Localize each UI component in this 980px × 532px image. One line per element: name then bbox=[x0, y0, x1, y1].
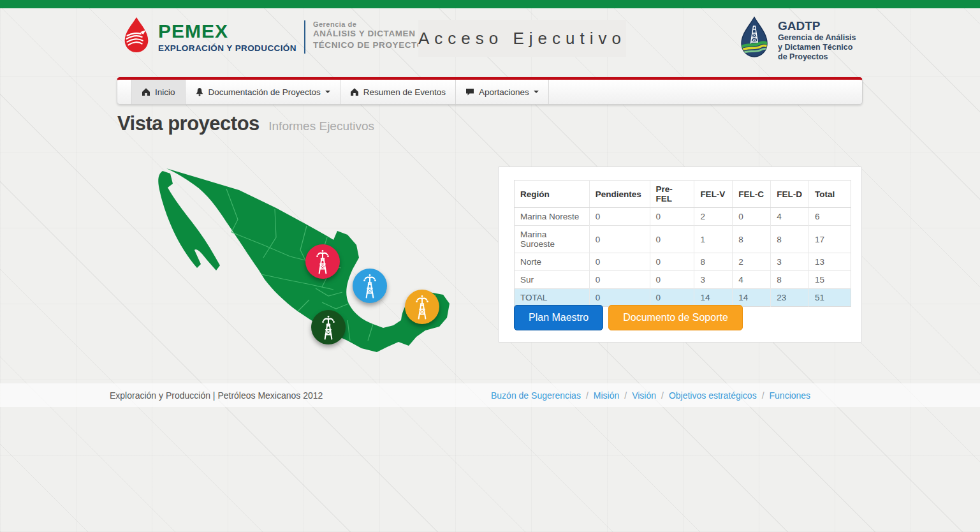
nav-item-resumen-de-eventos[interactable]: Resumen de Eventos bbox=[340, 80, 456, 104]
mexico-map bbox=[131, 161, 462, 358]
oil-derrick-icon bbox=[311, 249, 335, 274]
table-total-row: TOTAL0 014 1423 51 bbox=[515, 289, 851, 307]
home-icon bbox=[142, 87, 150, 96]
footer-link-funciones[interactable]: Funciones bbox=[770, 390, 811, 401]
table-row: Sur0 03 48 15 bbox=[515, 271, 851, 289]
nav-item-aportaciones[interactable]: Aportaciones bbox=[456, 80, 549, 104]
page-title: Vista proyectos bbox=[117, 112, 260, 135]
col-total: Total bbox=[809, 181, 851, 208]
site-title-box: Acceso Ejecutivo bbox=[418, 20, 626, 57]
gadtp-line2: y Dictamen Técnico bbox=[778, 43, 856, 52]
table-row: Marina Suroeste0 01 88 17 bbox=[515, 226, 851, 253]
table-row: Marina Noreste0 02 04 6 bbox=[515, 208, 851, 226]
chevron-down-icon bbox=[325, 91, 330, 93]
comment-icon bbox=[465, 87, 474, 96]
pemex-drop-eagle-icon bbox=[120, 17, 153, 54]
gadtp-acronym: GADTP bbox=[778, 19, 856, 33]
col-pendientes: Pendientes bbox=[589, 181, 650, 208]
projects-summary-panel: Región Pendientes Pre-FEL FEL-V FEL-C FE… bbox=[498, 166, 862, 343]
col-fel-v: FEL-V bbox=[694, 181, 733, 208]
gadtp-line1: Gerencia de Análisis bbox=[778, 33, 856, 43]
regions-table: Región Pendientes Pre-FEL FEL-V FEL-C FE… bbox=[514, 180, 851, 307]
oil-derrick-icon bbox=[410, 294, 434, 320]
oil-derrick-icon bbox=[316, 314, 340, 340]
footer-copyright: Exploración y Producción | Petróleos Mex… bbox=[110, 390, 323, 401]
footer-link-buzon[interactable]: Buzón de Sugerencias bbox=[491, 390, 581, 401]
col-region: Región bbox=[515, 181, 590, 208]
gadtp-line3: de Proyectos bbox=[778, 52, 856, 62]
table-row: Norte0 08 23 13 bbox=[515, 253, 851, 271]
top-green-bar bbox=[0, 0, 980, 8]
map-marker-blue-gulf[interactable] bbox=[353, 269, 387, 303]
map-marker-red-northeast[interactable] bbox=[305, 244, 340, 279]
bell-icon bbox=[195, 87, 204, 96]
pemex-division: EXPLORACIÓN Y PRODUCCIÓN bbox=[158, 43, 296, 53]
footer-link-objetivos[interactable]: Objetivos estratégicos bbox=[669, 390, 757, 401]
gadtp-drop-derrick-icon bbox=[737, 17, 772, 57]
footer: Exploración y Producción | Petróleos Mex… bbox=[0, 383, 980, 407]
map-marker-green-south[interactable] bbox=[311, 310, 346, 344]
pemex-brand: PEMEX bbox=[158, 22, 296, 41]
plan-maestro-button[interactable]: Plan Maestro bbox=[514, 305, 603, 330]
pemex-logo-block: PEMEX EXPLORACIÓN Y PRODUCCIÓN Gerencia … bbox=[120, 17, 430, 54]
col-pre-fel: Pre-FEL bbox=[650, 181, 694, 208]
gerencia-line2: TÉCNICO DE PROYECTOS bbox=[313, 40, 430, 51]
mexico-map-svg bbox=[131, 161, 462, 358]
gadtp-logo-block: GADTP Gerencia de Análisis y Dictamen Té… bbox=[737, 17, 856, 62]
gerencia-line1: ANÁLISIS Y DICTAMEN bbox=[313, 28, 430, 40]
header-separator bbox=[304, 20, 305, 54]
map-marker-yellow-yucatan[interactable] bbox=[405, 290, 439, 324]
chevron-down-icon bbox=[534, 91, 539, 93]
oil-derrick-icon bbox=[358, 273, 382, 299]
footer-links: Buzón de Sugerencias/Misión/Visión/Objet… bbox=[491, 390, 810, 401]
table-header-row: Región Pendientes Pre-FEL FEL-V FEL-C FE… bbox=[515, 181, 851, 208]
site-title: Acceso Ejecutivo bbox=[418, 29, 626, 48]
documento-de-soporte-button[interactable]: Documento de Soporte bbox=[608, 305, 743, 330]
footer-link-vision[interactable]: Visión bbox=[632, 390, 656, 401]
col-fel-c: FEL-C bbox=[733, 181, 771, 208]
nav-item-inicio[interactable]: Inicio bbox=[131, 80, 186, 104]
gerencia-small: Gerencia de bbox=[313, 20, 430, 28]
nav-item-documentacion-de-proyectos[interactable]: Documentación de Proyectos bbox=[186, 80, 340, 104]
home-icon bbox=[350, 87, 359, 96]
page-subtitle: Informes Ejecutivos bbox=[268, 119, 374, 133]
main-navbar: Inicio Documentación de Proyectos Resume… bbox=[117, 77, 863, 105]
page-header: Vista proyectos Informes Ejecutivos bbox=[117, 112, 374, 135]
footer-link-mision[interactable]: Misión bbox=[594, 390, 619, 401]
col-fel-d: FEL-D bbox=[771, 181, 809, 208]
